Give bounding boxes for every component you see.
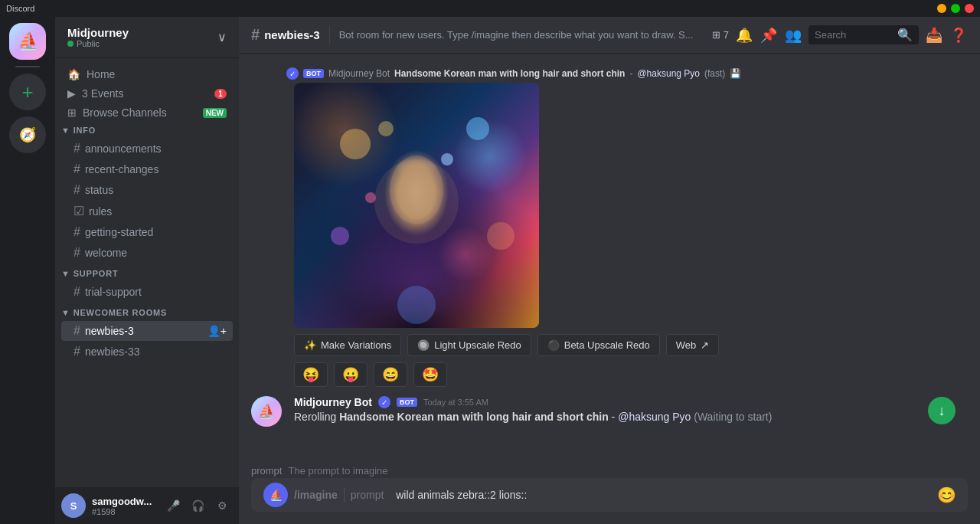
bot-badge: BOT <box>303 69 324 78</box>
newcomer-category[interactable]: ▼ NEWCOMER ROOMS <box>55 305 239 320</box>
beta-upscale-label: Beta Upscale Redo <box>564 339 650 351</box>
channel-welcome[interactable]: # welcome <box>61 243 233 263</box>
message-author[interactable]: Midjourney Bot <box>294 396 372 408</box>
emoji-button[interactable]: 😊 <box>937 486 956 504</box>
mention-small: @haksung Pyo <box>637 68 700 79</box>
channel-announcements[interactable]: # announcements <box>61 139 233 159</box>
web-button[interactable]: Web ↗ <box>666 334 720 356</box>
sidebar-item-browse[interactable]: ⊞ Browse Channels NEW <box>61 103 233 122</box>
channel-status[interactable]: # status <box>61 180 233 200</box>
midjourney-server-icon[interactable]: ⛵ <box>9 23 46 60</box>
members-button[interactable]: 👥 <box>784 26 802 44</box>
minimize-button[interactable] <box>937 4 946 13</box>
light-upscale-icon: 🔘 <box>417 339 430 351</box>
info-category[interactable]: ▼ INFO <box>55 123 239 138</box>
inbox-button[interactable]: 📥 <box>925 26 943 44</box>
chat-input[interactable] <box>390 489 931 501</box>
hash-icon: # <box>74 142 80 156</box>
user-controls: 🎤 🎧 ⚙ <box>162 495 233 516</box>
external-link-icon: ↗ <box>701 339 709 351</box>
svg-point-3 <box>487 222 514 250</box>
server-name: Midjourney <box>67 26 129 39</box>
help-button[interactable]: ❓ <box>949 26 968 44</box>
sidebar-item-events[interactable]: ▶ 3 Events 1 <box>61 84 233 103</box>
add-member-icon: 👤+ <box>207 325 227 337</box>
mute-button[interactable]: 🎤 <box>162 495 184 516</box>
channel-label: getting-started <box>85 226 154 238</box>
make-variations-button[interactable]: ✨ Make Variations <box>294 334 401 356</box>
server-status: Public <box>67 39 129 48</box>
deafen-button[interactable]: 🎧 <box>187 495 208 516</box>
channel-label: announcements <box>85 142 162 155</box>
notification-bell-button[interactable]: 🔔 <box>735 26 753 44</box>
add-server-button[interactable]: + <box>9 74 46 110</box>
info-section: ▼ INFO # announcements # recent-changes … <box>55 123 239 263</box>
verified-badge: ✓ <box>378 396 390 408</box>
svg-point-4 <box>397 286 436 324</box>
support-category[interactable]: ▼ SUPPORT <box>55 266 239 281</box>
prompt-text-small: Handsome Korean man with long hair and s… <box>394 68 625 79</box>
pin-button[interactable]: 📌 <box>760 26 778 44</box>
hash-icon: # <box>74 246 80 260</box>
mention-link[interactable]: @haksung Pyo <box>618 411 691 423</box>
browse-label: Browse Channels <box>83 106 167 119</box>
events-icon: ▶ <box>67 87 76 100</box>
light-upscale-redo-button[interactable]: 🔘 Light Upscale Redo <box>407 334 531 356</box>
server-list: ⛵ + 🧭 <box>0 17 55 524</box>
slash-command: /imagine <box>294 489 338 501</box>
sidebar-item-home[interactable]: 🏠 Home <box>61 65 233 84</box>
channel-recent-changes[interactable]: # recent-changes <box>61 159 233 179</box>
events-label: 3 Events <box>82 87 123 100</box>
svg-point-8 <box>441 153 453 165</box>
svg-point-7 <box>378 121 394 136</box>
channel-label: recent-changes <box>85 163 159 175</box>
window-controls[interactable] <box>937 4 974 13</box>
hash-icon: # <box>74 183 80 197</box>
search-bar[interactable]: 🔍 <box>808 25 919 44</box>
reaction-angry[interactable]: 😝 <box>294 362 328 387</box>
channel-description: Bot room for new users. Type /imagine th… <box>339 29 694 41</box>
header-actions: ⊞ 7 🔔 📌 👥 🔍 📥 ❓ <box>712 25 968 44</box>
channel-newbies-33[interactable]: # newbies-33 <box>61 342 233 362</box>
message-timestamp: Today at 3:55 AM <box>423 398 488 407</box>
prompt-hint: prompt The prompt to imagine <box>239 462 980 478</box>
channel-rules[interactable]: ☑ rules <box>61 201 233 221</box>
reaction-tongue[interactable]: 😛 <box>334 362 368 387</box>
beta-upscale-icon: ⚫ <box>547 339 560 351</box>
discover-button[interactable]: 🧭 <box>9 116 46 153</box>
maximize-button[interactable] <box>951 4 960 13</box>
bot-avatar: ⛵ <box>251 396 282 427</box>
beta-upscale-redo-button[interactable]: ⚫ Beta Upscale Redo <box>537 334 660 356</box>
svg-point-6 <box>390 156 443 224</box>
bot-message: ⛵ Midjourney Bot ✓ BOT Today at 3:55 AM … <box>239 390 980 433</box>
hash-icon: # <box>74 324 80 338</box>
collapse-icon: ▼ <box>61 269 70 278</box>
channel-label: newbies-33 <box>85 346 140 358</box>
server-header[interactable]: Midjourney Public ∨ <box>55 17 239 58</box>
waiting-text: (Waiting to start) <box>694 411 772 423</box>
settings-button[interactable]: ⚙ <box>211 495 233 516</box>
image-svg-overlay <box>294 83 539 328</box>
channel-label: newbies-3 <box>85 325 134 337</box>
hash-icon: ☑ <box>74 204 84 218</box>
search-icon: 🔍 <box>897 28 913 42</box>
chat-input-area: ⛵ /imagine prompt 😊 <box>239 478 980 524</box>
newcomer-section: ▼ NEWCOMER ROOMS # newbies-3 👤+ # newbie… <box>55 305 239 362</box>
chat-messages: ✓ BOT Midjourney Bot Handsome Korean man… <box>239 54 980 462</box>
channel-getting-started[interactable]: # getting-started <box>61 222 233 242</box>
hash-icon: # <box>74 225 80 239</box>
save-icon[interactable]: 💾 <box>730 68 741 79</box>
channel-trial-support[interactable]: # trial-support <box>61 282 233 302</box>
reaction-grin[interactable]: 😄 <box>374 362 407 387</box>
channel-sidebar: Midjourney Public ∨ 🏠 Home ▶ 3 Events 1 … <box>55 17 239 524</box>
close-button[interactable] <box>965 4 974 13</box>
svg-point-1 <box>466 117 489 140</box>
scroll-to-bottom-button[interactable]: ↓ <box>928 397 956 424</box>
channel-label: status <box>85 184 113 196</box>
channel-name: newbies-3 <box>264 28 320 41</box>
search-input[interactable] <box>815 29 893 41</box>
user-avatar: S <box>61 493 86 518</box>
reaction-star[interactable]: 🤩 <box>413 362 447 387</box>
channel-newbies-3[interactable]: # newbies-3 👤+ <box>61 321 233 341</box>
collapse-icon: ▼ <box>61 308 70 317</box>
